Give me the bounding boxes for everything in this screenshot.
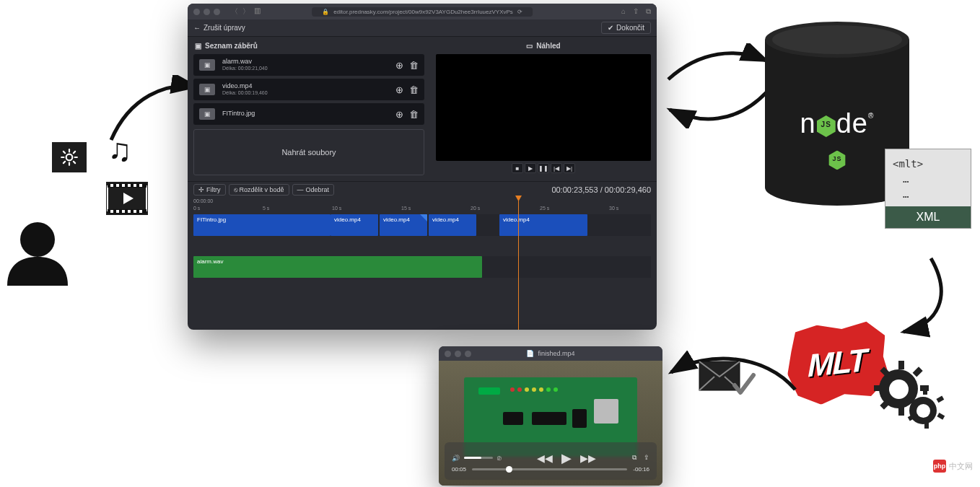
delete-shot-icon[interactable]: 🗑 xyxy=(409,60,419,71)
svg-rect-13 xyxy=(116,184,119,187)
timeline-ruler[interactable]: 00:00:00 0 s5 s10 s15 s20 s25 s30 s xyxy=(188,197,657,214)
next-frame-button[interactable]: ▶| xyxy=(564,163,575,173)
prev-frame-button[interactable]: |◀ xyxy=(551,163,562,173)
shot-duration: Délka: 00:00:21,040 xyxy=(222,66,388,71)
svg-rect-12 xyxy=(110,184,113,187)
delete-shot-icon[interactable]: 🗑 xyxy=(409,84,419,95)
add-to-timeline-icon[interactable]: ⊕ xyxy=(395,84,403,95)
airplay-icon[interactable]: ⎚ xyxy=(497,455,501,462)
shot-row[interactable]: ▣ FITintro.jpg ⊕ 🗑 xyxy=(193,103,424,125)
preview-title: ▭ Náhled xyxy=(436,37,651,54)
traffic-light-max[interactable] xyxy=(214,9,220,15)
video-track[interactable]: FITintro.jpgvideo.mp4video.mp4video.mp4v… xyxy=(193,214,651,236)
checkmark-icon: ✔ xyxy=(608,24,613,32)
app-toolbar: ← Zrušit úpravy ✔ Dokončit xyxy=(188,19,657,37)
shot-row[interactable]: ▣ video.mp4 Délka: 00:00:19,460 ⊕ 🗑 xyxy=(193,79,424,100)
filters-button[interactable]: ✢Filtry xyxy=(193,184,226,196)
xml-line: … xyxy=(893,172,963,187)
preview-controls: ■ ▶ ❚❚ |◀ ▶| xyxy=(436,161,651,175)
svg-rect-21 xyxy=(128,210,131,213)
add-to-timeline-icon[interactable]: ⊕ xyxy=(395,109,403,120)
remaining-time: -00:16 xyxy=(633,466,649,473)
add-to-timeline-icon[interactable]: ⊕ xyxy=(395,60,403,71)
audio-track[interactable]: alarm.wav xyxy=(193,256,651,278)
traffic-light-min[interactable] xyxy=(204,9,210,15)
traffic-light-max[interactable] xyxy=(465,351,471,357)
window-titlebar: 〈 〉 ▥ 🔒 editor.prednasky.com/project/00w… xyxy=(188,4,657,19)
ruler-start-label: 00:00:00 xyxy=(193,198,213,203)
monitor-icon: ▭ xyxy=(526,42,533,50)
ruler-tick: 10 s xyxy=(332,206,341,211)
split-button[interactable]: ⎋Rozdělit v bodě xyxy=(229,184,289,196)
rewind-button[interactable]: ◀◀ xyxy=(537,452,553,464)
watermark: php 中文网 xyxy=(933,460,973,473)
reload-icon[interactable]: ⟳ xyxy=(517,9,522,15)
lock-icon: 🔒 xyxy=(322,9,329,15)
timeline-clip[interactable]: video.mp4 xyxy=(380,214,427,236)
svg-rect-19 xyxy=(116,210,119,213)
svg-rect-15 xyxy=(128,184,131,187)
ruler-tick: 25 s xyxy=(540,206,549,211)
timeline-clip[interactable]: alarm.wav xyxy=(193,256,482,278)
timeline-clip[interactable]: video.mp4 xyxy=(499,214,587,236)
sidebar-toggle-icon[interactable]: ▥ xyxy=(254,6,261,17)
nodejs-hex-icon xyxy=(817,115,836,137)
mlt-framework-block: MLT xyxy=(787,323,931,417)
home-icon[interactable]: ⌂ xyxy=(621,7,626,16)
remove-button[interactable]: —Odebrat xyxy=(292,184,335,196)
xml-line: <mlt> xyxy=(893,157,963,172)
svg-rect-17 xyxy=(139,184,142,187)
ruler-tick: 20 s xyxy=(471,206,480,211)
timeline[interactable]: FITintro.jpgvideo.mp4video.mp4video.mp4v… xyxy=(188,214,657,330)
delete-shot-icon[interactable]: 🗑 xyxy=(409,109,419,120)
browser-back-icon[interactable]: 〈 xyxy=(231,6,238,17)
shot-filename: FITintro.jpg xyxy=(222,110,388,118)
share-icon[interactable]: ⇪ xyxy=(644,454,649,462)
traffic-light-close[interactable] xyxy=(445,351,451,357)
shot-list-pane: ▣ Seznam záběrů ▣ alarm.wav Délka: 00:00… xyxy=(188,37,430,181)
url-bar[interactable]: 🔒 editor.prednasky.com/project/00w9x92V3… xyxy=(312,7,533,17)
video-window-titlebar: 📄 finished.mp4 xyxy=(439,346,662,361)
stop-button[interactable]: ■ xyxy=(512,163,523,173)
upload-files-dropzone[interactable]: Nahrát soubory xyxy=(193,129,424,175)
finish-button[interactable]: ✔ Dokončit xyxy=(601,22,651,34)
svg-rect-22 xyxy=(134,210,136,213)
traffic-light-close[interactable] xyxy=(193,9,200,15)
timeline-clip[interactable]: FITintro.jpg xyxy=(193,214,331,236)
shot-row[interactable]: ▣ alarm.wav Délka: 00:00:21,040 ⊕ 🗑 xyxy=(193,54,424,76)
pause-button[interactable]: ❚❚ xyxy=(538,163,549,173)
elapsed-time: 00:05 xyxy=(452,466,466,473)
traffic-light-min[interactable] xyxy=(455,351,461,357)
play-button[interactable]: ▶ xyxy=(525,163,536,173)
gear-icon xyxy=(909,397,937,424)
user-media-block: ♫ xyxy=(0,137,188,289)
timeline-toolbar: ✢Filtry ⎋Rozdělit v bodě —Odebrat 00:00:… xyxy=(188,181,657,197)
watermark-text: 中文网 xyxy=(949,461,973,472)
ruler-tick: 5 s xyxy=(263,206,269,211)
svg-rect-23 xyxy=(139,210,142,213)
video-title: finished.mp4 xyxy=(538,350,574,357)
file-icon: 📄 xyxy=(526,350,534,357)
svg-point-25 xyxy=(20,222,55,257)
video-content[interactable]: 🔊 ⎚ ◀◀ ▶ ▶▶ ⧉ ⇪ 00:05 -00:16 xyxy=(439,361,662,486)
browser-fwd-icon[interactable]: 〉 xyxy=(242,6,250,17)
progress-slider[interactable] xyxy=(472,468,627,470)
user-silhouette-icon xyxy=(3,216,72,286)
svg-rect-20 xyxy=(122,210,125,213)
playhead[interactable] xyxy=(518,197,519,330)
cancel-edits-button[interactable]: ← Zrušit úpravy xyxy=(193,24,245,32)
volume-slider[interactable] xyxy=(464,457,493,459)
tabs-icon[interactable]: ⧉ xyxy=(646,7,651,16)
preview-screen[interactable] xyxy=(436,54,651,161)
watermark-logo-icon: php xyxy=(933,460,946,473)
xml-line: … xyxy=(893,187,963,202)
play-button[interactable]: ▶ xyxy=(561,450,572,466)
pip-icon[interactable]: ⧉ xyxy=(632,454,636,462)
timeline-clip[interactable]: video.mp4 xyxy=(331,214,378,236)
svg-point-0 xyxy=(66,154,73,161)
volume-icon[interactable]: 🔊 xyxy=(452,455,460,462)
forward-button[interactable]: ▶▶ xyxy=(580,452,596,464)
share-icon[interactable]: ⇪ xyxy=(633,7,639,16)
xml-file-card: <mlt> … … XML xyxy=(885,149,971,229)
timeline-clip[interactable]: video.mp4 xyxy=(429,214,476,236)
